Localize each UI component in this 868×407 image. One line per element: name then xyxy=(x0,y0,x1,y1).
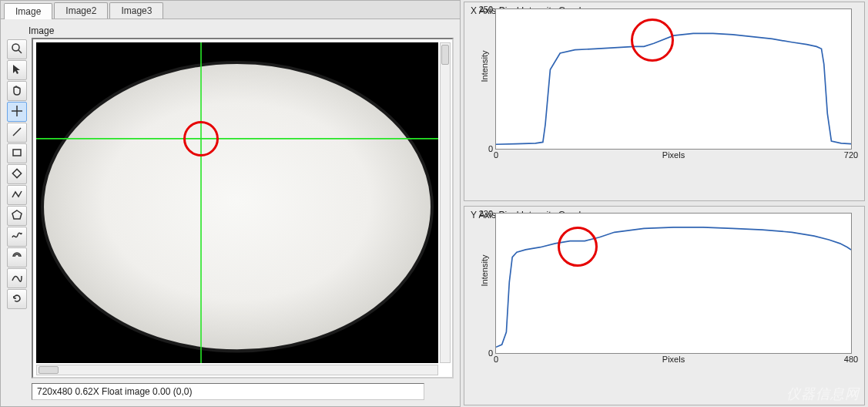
curve-icon xyxy=(11,271,23,286)
scrollbar-horizontal[interactable] xyxy=(36,365,438,375)
tab-label: Image xyxy=(15,6,41,17)
tab-row: Image Image2 Image3 xyxy=(1,1,460,19)
polyline-icon xyxy=(11,188,23,203)
watermark: 仪器信息网 xyxy=(786,385,860,403)
freehand-tool[interactable] xyxy=(7,227,27,247)
y-tick-max: 220 xyxy=(479,209,493,218)
rect-tool[interactable] xyxy=(7,143,27,163)
svg-point-0 xyxy=(12,44,19,51)
polyline-tool[interactable] xyxy=(7,185,27,205)
pointer-icon xyxy=(11,63,23,78)
status-readout: 720x480 0.62X Float image 0.00 (0,0) xyxy=(32,383,424,400)
magnify-icon xyxy=(11,42,23,57)
hand-tool[interactable] xyxy=(7,81,27,101)
rotated-rect-tool[interactable] xyxy=(7,164,27,184)
svg-line-1 xyxy=(18,50,22,53)
tab-image[interactable]: Image xyxy=(4,3,52,19)
tab-label: Image3 xyxy=(121,5,152,16)
curve-tool[interactable] xyxy=(7,268,27,288)
y-axis-label: Intensity xyxy=(480,254,489,286)
chart-area[interactable]: 220 0 0 480 xyxy=(495,213,852,354)
polygon-icon xyxy=(11,209,23,224)
hand-icon xyxy=(11,84,23,99)
rect-icon xyxy=(11,146,23,161)
magnify-tool[interactable] xyxy=(7,39,27,59)
svg-line-4 xyxy=(13,128,21,136)
tab-label: Image2 xyxy=(65,5,96,16)
x-tick-max: 720 xyxy=(844,150,858,160)
graphs-panel: X Axis Pixel Intensity Graph Intensity 2… xyxy=(461,0,868,407)
reset-tool[interactable] xyxy=(7,289,27,309)
image-display xyxy=(36,42,438,363)
annulus-icon xyxy=(11,251,23,265)
image-viewport[interactable] xyxy=(32,38,454,378)
polygon-tool[interactable] xyxy=(7,206,27,226)
reset-icon xyxy=(11,292,23,307)
x-axis-label: Pixels xyxy=(495,354,852,366)
svg-point-8 xyxy=(42,62,432,351)
x-intensity-chart: X Axis Pixel Intensity Graph Intensity 2… xyxy=(464,2,865,201)
tool-palette xyxy=(7,38,28,378)
y-axis-label: Intensity xyxy=(480,50,489,82)
tab-image3[interactable]: Image3 xyxy=(109,2,163,18)
pointer-tool[interactable] xyxy=(7,60,27,80)
freehand-icon xyxy=(11,230,23,244)
crosshair-tool[interactable] xyxy=(7,102,27,122)
image-panel: Image Image2 Image3 Image xyxy=(0,0,461,407)
rotated-rect-icon xyxy=(11,167,23,182)
svg-rect-6 xyxy=(12,169,21,177)
x-tick-min: 0 xyxy=(494,150,498,160)
y-tick-min: 0 xyxy=(488,144,493,153)
y-tick-min: 0 xyxy=(488,348,493,358)
scrollbar-vertical[interactable] xyxy=(440,42,451,363)
tab-image2[interactable]: Image2 xyxy=(54,2,108,18)
chart-area[interactable]: 250 0 0 720 xyxy=(495,8,852,150)
x-tick-max: 480 xyxy=(844,355,858,364)
image-label: Image xyxy=(28,25,454,36)
y-intensity-chart: Y Axis Pixel Intensity Graph Intensity 2… xyxy=(464,206,865,405)
svg-rect-5 xyxy=(13,150,21,156)
line-tool[interactable] xyxy=(7,123,27,143)
y-tick-max: 250 xyxy=(479,5,493,14)
x-tick-min: 0 xyxy=(494,355,498,364)
crosshair-icon xyxy=(11,105,23,119)
annulus-tool[interactable] xyxy=(7,247,27,267)
x-axis-label: Pixels xyxy=(495,150,852,162)
line-icon xyxy=(11,126,23,140)
